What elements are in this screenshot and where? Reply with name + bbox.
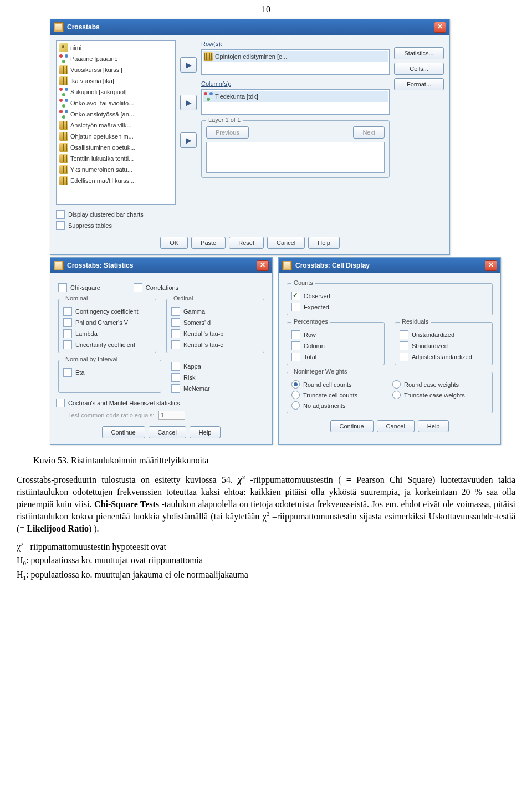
variable-item[interactable]: Sukupuoli [sukupuol]	[58, 86, 174, 98]
checkbox[interactable]	[63, 368, 72, 377]
titlebar[interactable]: Crosstabs: Cell Display ✕	[279, 258, 500, 273]
statistics-button[interactable]: Statistics...	[394, 47, 444, 59]
counts-group: Counts Observed Expected	[287, 283, 493, 315]
residuals-group: Residuals Unstandardized Standardized Ad…	[395, 322, 493, 365]
variable-item[interactable]: Pääaine [paaaine]	[58, 53, 174, 64]
checkbox[interactable]	[171, 329, 180, 338]
unstd-checkbox[interactable]	[400, 330, 408, 339]
help-button[interactable]: Help	[308, 237, 340, 249]
variable-item[interactable]: Edellisen mat/til kurssi...	[58, 175, 174, 186]
nom-icon	[59, 88, 68, 96]
variable-item[interactable]: Ohjatun opetuksen m...	[58, 131, 174, 142]
variable-item[interactable]: Onko avo- tai avioliito...	[58, 98, 174, 109]
group-label: Noninteger Weights	[291, 368, 349, 375]
variable-list[interactable]: nimiPääaine [paaaine]Vuosikurssi [kurssi…	[56, 40, 176, 205]
trunc-cell-radio[interactable]	[291, 391, 300, 399]
col-pct-checkbox[interactable]	[291, 341, 300, 350]
observed-checkbox[interactable]	[291, 292, 300, 300]
cells-button[interactable]: Cells...	[394, 63, 444, 75]
rows-box[interactable]: Opintojen edistyminen [e...	[201, 49, 390, 75]
cols-label: Column(s):	[201, 80, 390, 87]
move-to-layer-button[interactable]: ▶	[180, 132, 197, 148]
checkbox-label: Kendall's tau-b	[183, 330, 223, 337]
checkbox[interactable]	[171, 340, 180, 349]
format-button[interactable]: Format...	[394, 78, 444, 90]
checkbox-label: Kendall's tau-c	[183, 341, 223, 348]
help-button[interactable]: Help	[190, 426, 221, 438]
std-label: Standardized	[412, 343, 448, 349]
variable-item[interactable]: Onko ansiotyössä [an...	[58, 109, 174, 120]
sca-icon	[59, 76, 68, 85]
checkbox[interactable]	[63, 318, 72, 327]
adj-label: Adjusted standardized	[412, 354, 472, 360]
no-adj-radio[interactable]	[291, 401, 300, 410]
variable-item[interactable]: nimi	[58, 42, 174, 53]
chi-square-checkbox[interactable]	[58, 283, 67, 292]
titlebar[interactable]: Crosstabs: Statistics ✕	[50, 258, 272, 273]
variable-item[interactable]: Tenttiin lukuaika tentti...	[58, 153, 174, 164]
checkbox[interactable]	[63, 329, 72, 338]
variable-item[interactable]: Osallistuminen opetuk...	[58, 142, 174, 153]
continue-button[interactable]: Continue	[102, 426, 145, 438]
observed-label: Observed	[304, 293, 330, 299]
checkbox[interactable]	[171, 373, 180, 382]
str-icon	[59, 43, 68, 52]
sca-icon	[59, 143, 68, 152]
checkbox[interactable]	[63, 307, 72, 316]
dialog-icon	[282, 261, 292, 270]
round-cell-radio[interactable]	[291, 380, 300, 389]
close-icon[interactable]: ✕	[485, 260, 497, 271]
variable-item[interactable]: Ikä vuosina [ika]	[58, 75, 174, 86]
dialog-title: Crosstabs	[67, 23, 100, 31]
help-button[interactable]: Help	[418, 420, 449, 432]
close-icon[interactable]: ✕	[257, 260, 269, 271]
expected-checkbox[interactable]	[291, 303, 300, 311]
cancel-button[interactable]: Cancel	[267, 237, 305, 249]
group-label: Nominal	[63, 295, 90, 302]
group-label: Residuals	[400, 318, 431, 325]
variable-label: Onko ansiotyössä [an...	[70, 111, 134, 118]
cancel-button[interactable]: Cancel	[149, 426, 186, 438]
round-case-radio[interactable]	[392, 380, 401, 389]
correlations-checkbox[interactable]	[134, 283, 142, 292]
dialog-title: Crosstabs: Cell Display	[295, 262, 370, 269]
suppress-checkbox[interactable]	[56, 221, 65, 230]
nom-icon	[59, 110, 68, 119]
sca-icon	[59, 176, 68, 185]
continue-button[interactable]: Continue	[330, 420, 374, 432]
titlebar[interactable]: Crosstabs ✕	[50, 19, 449, 35]
row-pct-checkbox[interactable]	[291, 330, 300, 339]
paste-button[interactable]: Paste	[191, 237, 226, 249]
next-button[interactable]: Next	[353, 126, 385, 139]
checkbox[interactable]	[171, 307, 180, 316]
layer-box[interactable]	[206, 142, 385, 173]
checkbox[interactable]	[171, 384, 180, 393]
ok-button[interactable]: OK	[160, 237, 188, 249]
display-bar-checkbox[interactable]	[56, 210, 65, 219]
std-checkbox[interactable]	[400, 341, 408, 350]
variable-label: Edellisen mat/til kurssi...	[70, 177, 136, 184]
cochran-checkbox[interactable]	[56, 399, 65, 407]
scale-icon	[204, 52, 213, 61]
variable-item[interactable]: Vuosikurssi [kurssi]	[58, 64, 174, 75]
cancel-button[interactable]: Cancel	[377, 420, 415, 432]
checkbox[interactable]	[171, 362, 180, 371]
trunc-case-radio[interactable]	[392, 391, 401, 399]
variable-item[interactable]: Yksinumeroinen satu...	[58, 164, 174, 175]
adj-checkbox[interactable]	[400, 353, 408, 361]
move-to-rows-button[interactable]: ▶	[180, 57, 197, 73]
move-to-cols-button[interactable]: ▶	[180, 95, 197, 110]
noninteger-group: Noninteger Weights Round cell counts Tru…	[287, 372, 493, 413]
total-pct-checkbox[interactable]	[291, 353, 300, 361]
chi-square-label: Chi-square	[70, 284, 100, 291]
reset-button[interactable]: Reset	[229, 237, 264, 249]
previous-button[interactable]: Previous	[206, 126, 249, 139]
variable-label: Onko avo- tai avioliito...	[70, 100, 134, 106]
checkbox[interactable]	[63, 340, 72, 349]
variable-item[interactable]: Ansiotyön määrä viik...	[58, 120, 174, 131]
expected-label: Expected	[304, 304, 329, 310]
checkbox[interactable]	[171, 318, 180, 327]
cols-box[interactable]: Tiedekunta [tdk]	[201, 89, 390, 115]
close-icon[interactable]: ✕	[434, 22, 446, 33]
nominal-icon	[204, 92, 213, 101]
